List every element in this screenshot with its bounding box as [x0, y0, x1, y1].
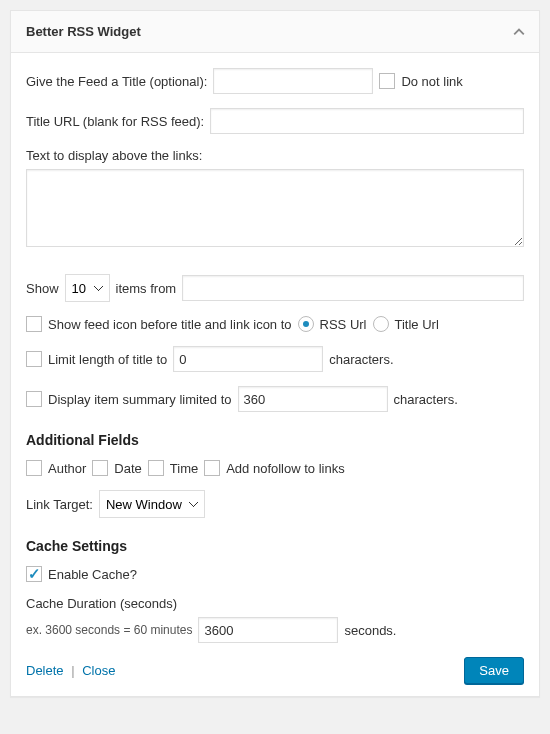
items-from-input[interactable] — [182, 275, 524, 301]
limit-title-label: Limit length of title to — [48, 352, 167, 367]
cache-seconds-label: seconds. — [344, 623, 396, 638]
widget-body: Give the Feed a Title (optional): Do not… — [11, 53, 539, 696]
intro-text-label: Text to display above the links: — [26, 148, 524, 163]
nofollow-label: Add nofollow to links — [226, 461, 345, 476]
link-target-select[interactable]: New Window — [99, 490, 205, 518]
author-label: Author — [48, 461, 86, 476]
collapse-toggle[interactable] — [499, 11, 539, 53]
summary-input[interactable] — [238, 386, 388, 412]
close-link[interactable]: Close — [82, 663, 115, 678]
time-label: Time — [170, 461, 198, 476]
limit-title-suffix: characters. — [329, 352, 393, 367]
cache-duration-input[interactable] — [198, 617, 338, 643]
enable-cache-label: Enable Cache? — [48, 567, 137, 582]
summary-checkbox[interactable] — [26, 391, 42, 407]
feed-icon-checkbox[interactable] — [26, 316, 42, 332]
rss-url-radio[interactable] — [298, 316, 314, 332]
do-not-link-label: Do not link — [401, 74, 462, 89]
date-label: Date — [114, 461, 141, 476]
cache-settings-heading: Cache Settings — [26, 538, 524, 554]
title-url-radio-label: Title Url — [395, 317, 439, 332]
title-url-radio[interactable] — [373, 316, 389, 332]
save-button[interactable]: Save — [464, 657, 524, 684]
author-checkbox[interactable] — [26, 460, 42, 476]
delete-link[interactable]: Delete — [26, 663, 64, 678]
enable-cache-checkbox[interactable] — [26, 566, 42, 582]
summary-label: Display item summary limited to — [48, 392, 232, 407]
do-not-link-checkbox[interactable] — [379, 73, 395, 89]
date-checkbox[interactable] — [92, 460, 108, 476]
widget-panel: Better RSS Widget Give the Feed a Title … — [10, 10, 540, 697]
feed-title-input[interactable] — [213, 68, 373, 94]
footer-links: Delete | Close — [26, 663, 115, 678]
rss-url-label: RSS Url — [320, 317, 367, 332]
widget-header[interactable]: Better RSS Widget — [11, 11, 539, 53]
feed-icon-label: Show feed icon before title and link ico… — [48, 317, 292, 332]
limit-title-input[interactable] — [173, 346, 323, 372]
link-target-label: Link Target: — [26, 497, 93, 512]
feed-title-label: Give the Feed a Title (optional): — [26, 74, 207, 89]
title-url-input[interactable] — [210, 108, 524, 134]
show-label-post: items from — [116, 281, 177, 296]
link-separator: | — [71, 663, 74, 678]
intro-textarea[interactable] — [26, 169, 524, 247]
cache-hint: ex. 3600 seconds = 60 minutes — [26, 623, 192, 637]
chevron-up-icon — [513, 26, 525, 38]
time-checkbox[interactable] — [148, 460, 164, 476]
show-label-pre: Show — [26, 281, 59, 296]
cache-duration-label: Cache Duration (seconds) — [26, 596, 524, 611]
show-count-select[interactable]: 10 — [65, 274, 110, 302]
summary-suffix: characters. — [394, 392, 458, 407]
title-url-label: Title URL (blank for RSS feed): — [26, 114, 204, 129]
widget-title: Better RSS Widget — [11, 24, 156, 39]
limit-title-checkbox[interactable] — [26, 351, 42, 367]
additional-fields-heading: Additional Fields — [26, 432, 524, 448]
nofollow-checkbox[interactable] — [204, 460, 220, 476]
